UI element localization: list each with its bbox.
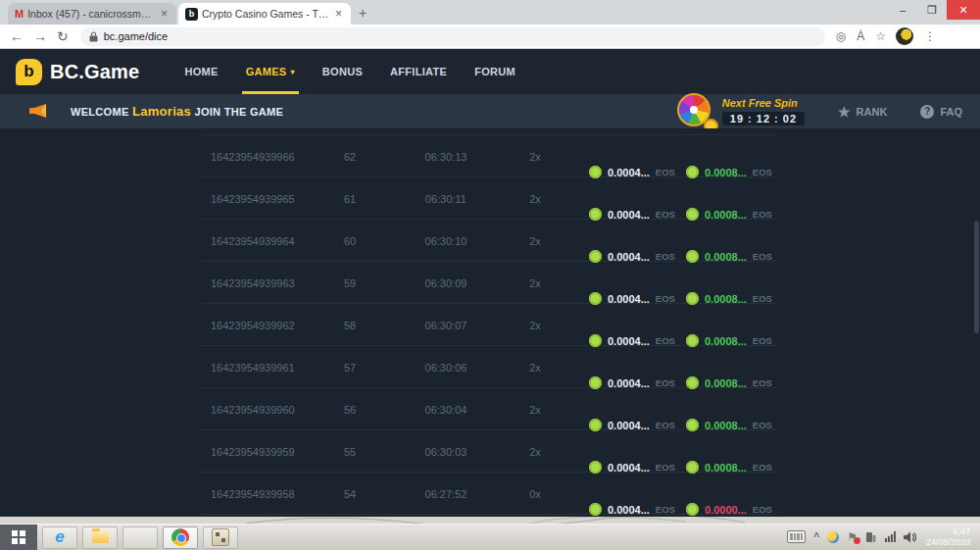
bet-time: 06:30:07 [412,320,480,331]
network-signal-icon[interactable] [884,531,896,542]
url-text: bc.game/dice [104,30,168,42]
payout-currency: EOS [753,251,772,262]
address-bar[interactable]: bc.game/dice [80,27,825,46]
game-history-panel: 16423954939966 62 06:30:13 2x 0.0004... … [0,128,980,517]
bet-time: 06:30:09 [412,277,480,289]
tray-device-icon[interactable] [865,531,876,543]
bet-id: 16423954939966 [211,151,295,163]
bcgame-favicon: b [185,8,198,21]
nav-bonus[interactable]: BONUS [322,49,363,94]
nav-home[interactable]: HOME [184,49,218,94]
taskbar-file-explorer[interactable] [82,526,118,549]
next-free-spin-label: Next Free Spin [722,97,805,109]
site-header: b BC.Game HOME GAMES ▾ BONUS AFFILIATE F… [0,49,980,94]
translate-icon[interactable]: Ȧ [857,29,864,43]
clock[interactable]: 6:47 24/05/2020 [926,526,970,548]
star-icon: ★ [838,104,851,120]
bookmark-star-icon[interactable]: ☆ [875,29,886,43]
payout-multiplier: 2x [520,277,550,289]
taskbar-game-app[interactable] [203,526,238,549]
tab-title: Crypto Casino Games - The 8 Be [202,8,329,20]
table-row[interactable]: 16423954939961 57 06:30:06 2x 0.0004... … [201,346,776,388]
payout-currency: EOS [753,167,772,177]
touch-keyboard-icon[interactable] [787,530,806,543]
payout-currency: EOS [753,335,772,346]
roll-result: 57 [335,362,365,374]
free-spin-timer: 19 : 12 : 02 [722,112,805,125]
nav-affiliate[interactable]: AFFILIATE [390,49,447,94]
payout-currency: EOS [753,504,772,515]
chrome-menu-icon[interactable]: ⋮ [924,29,936,43]
free-spin-wheel-icon[interactable] [677,93,716,132]
back-icon[interactable]: ← [10,28,24,44]
table-row[interactable]: 16423954939960 56 06:30:04 2x 0.0004... … [201,388,776,430]
bet-amount: 0.0004... [608,462,650,474]
volume-icon[interactable] [904,531,916,543]
bets-table: 16423954939966 62 06:30:13 2x 0.0004... … [201,134,776,515]
taskbar-app-slot[interactable] [122,526,158,549]
payout-currency: EOS [753,377,772,388]
new-tab-button[interactable]: + [359,5,367,21]
folder-icon [92,531,109,543]
payout-amount: 0.0008... [705,420,747,431]
bcgame-logo[interactable]: b BC.Game [16,59,139,85]
desktop-wallpaper-strip [0,517,980,524]
tab-gmail[interactable]: M Inbox (457) - canicrossmaxx@gm × [8,3,176,25]
tab-close-icon[interactable]: × [159,7,170,21]
faq-link[interactable]: ? FAQ [920,105,962,119]
action-center-flag-icon[interactable]: ⚑ [847,530,858,544]
maximize-button[interactable]: ❐ [917,0,947,20]
rank-link[interactable]: ★ RANK [838,104,887,120]
roll-result: 61 [335,193,365,205]
table-row[interactable]: 16423954939963 59 06:30:09 2x 0.0004... … [201,262,776,304]
hidden-icons-button[interactable]: ^ [813,531,819,542]
extension-target-icon[interactable]: ◎ [836,29,846,43]
taskbar-ie[interactable]: e [42,526,77,549]
close-button[interactable]: ✕ [947,0,980,20]
question-icon: ? [920,105,934,119]
forward-icon[interactable]: → [33,28,47,44]
minimize-button[interactable]: – [888,0,917,20]
table-row[interactable]: 16423954939964 60 06:30:10 2x 0.0004... … [201,220,776,262]
table-row[interactable]: 16423954939966 62 06:30:13 2x 0.0004... … [201,135,776,177]
next-free-spin[interactable]: Next Free Spin 19 : 12 : 02 [722,97,805,126]
bet-amount: 0.0004... [608,251,650,263]
gmail-icon: M [15,8,24,20]
bet-id: 16423954939959 [211,446,295,458]
tab-bcgame[interactable]: b Crypto Casino Games - The 8 Be × [178,3,351,25]
system-tray: ^ ⚑ 6:47 24/05/2020 [787,524,976,550]
bcgame-logo-icon: b [16,59,42,85]
bet-currency: EOS [656,167,675,177]
start-button[interactable] [0,525,37,550]
table-row[interactable]: 16423954939959 55 06:30:03 2x 0.0004... … [201,430,776,473]
bet-time: 06:30:03 [412,446,480,458]
nav-games[interactable]: GAMES ▾ [246,49,295,94]
payout-amount: 0.0008... [705,293,747,305]
bet-time: 06:30:11 [412,193,480,205]
bet-id: 16423954939960 [211,404,295,416]
table-row[interactable]: 16423954939965 61 06:30:11 2x 0.0004... … [201,177,776,220]
payout-currency: EOS [753,462,772,473]
bet-amount: 0.0004... [608,504,650,516]
roll-result: 60 [335,235,365,247]
banner-right: Next Free Spin 19 : 12 : 02 ★ RANK ? FAQ [677,94,962,128]
welcome-text: WELCOME Lamorias JOIN THE GAME [71,104,283,119]
browser-profile-avatar[interactable] [896,27,913,45]
payout-amount: 0.0008... [705,167,747,178]
reload-icon[interactable]: ↻ [57,28,69,44]
roll-result: 59 [335,277,365,289]
table-row[interactable]: 16423954939958 54 06:27:52 0x 0.0004... … [201,473,776,515]
tray-app-icon[interactable] [827,531,839,543]
nav-forum[interactable]: FORUM [474,49,515,94]
table-row[interactable]: 16423954939962 58 06:30:07 2x 0.0004... … [201,304,776,346]
site-title: BC.Game [50,61,139,83]
eos-coin-icon [589,503,602,516]
taskbar-chrome[interactable] [163,526,198,549]
window-controls: – ❐ ✕ [888,0,980,20]
clock-time: 6:47 [953,526,970,536]
payout-multiplier: 2x [520,235,550,247]
roll-result: 56 [335,404,365,416]
scrollbar-thumb[interactable] [974,221,979,333]
bet-id: 16423954939962 [211,320,295,331]
tab-close-icon[interactable]: × [333,7,344,21]
